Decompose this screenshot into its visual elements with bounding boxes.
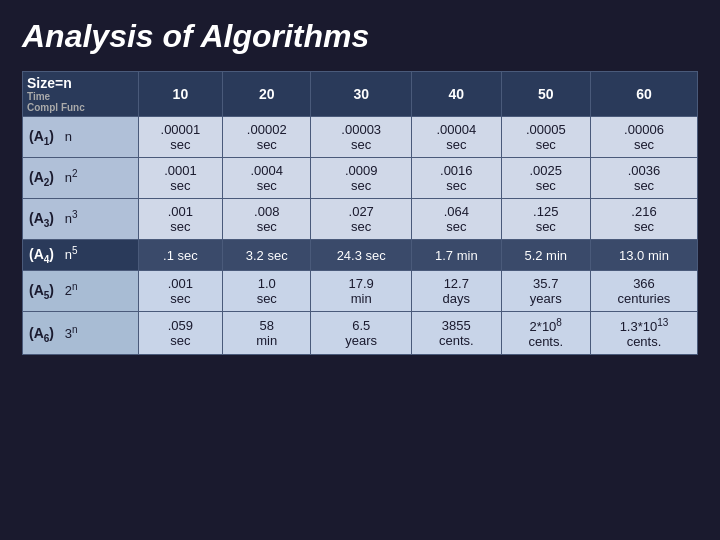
algorithm-table: Size=n TimeCompl Func 10 20 30 40 50 60 … bbox=[22, 71, 698, 355]
cell-a1-50: .00005sec bbox=[501, 117, 590, 158]
cell-a2-30: .0009sec bbox=[311, 158, 412, 199]
table-row: (A4) n5 .1 sec 3.2 sec 24.3 sec 1.7 min … bbox=[23, 240, 698, 271]
cell-a2-60: .0036sec bbox=[590, 158, 697, 199]
cell-a4-30: 24.3 sec bbox=[311, 240, 412, 271]
cell-a4-50: 5.2 min bbox=[501, 240, 590, 271]
cell-a3-40: .064sec bbox=[412, 199, 501, 240]
col-header-50: 50 bbox=[501, 72, 590, 117]
cell-a4-40: 1.7 min bbox=[412, 240, 501, 271]
col-header-60: 60 bbox=[590, 72, 697, 117]
cell-a6-30: 6.5years bbox=[311, 312, 412, 355]
cell-a4-20: 3.2 sec bbox=[223, 240, 311, 271]
cell-a2-40: .0016sec bbox=[412, 158, 501, 199]
page-title: Analysis of Algorithms bbox=[22, 18, 698, 55]
cell-a1-30: .00003sec bbox=[311, 117, 412, 158]
cell-a6-60: 1.3*1013cents. bbox=[590, 312, 697, 355]
cell-a3-30: .027sec bbox=[311, 199, 412, 240]
cell-a5-60: 366centuries bbox=[590, 271, 697, 312]
col-header-10: 10 bbox=[138, 72, 222, 117]
table-row: (A5) 2n .001sec 1.0sec 17.9min 12.7days … bbox=[23, 271, 698, 312]
cell-a1-20: .00002sec bbox=[223, 117, 311, 158]
cell-a3-20: .008sec bbox=[223, 199, 311, 240]
table-row: (A1) n .00001sec .00002sec .00003sec .00… bbox=[23, 117, 698, 158]
cell-a5-50: 35.7years bbox=[501, 271, 590, 312]
algo-label-a6: (A6) 3n bbox=[23, 312, 139, 355]
col-header-30: 30 bbox=[311, 72, 412, 117]
table-row: (A2) n2 .0001sec .0004sec .0009sec .0016… bbox=[23, 158, 698, 199]
cell-a3-50: .125sec bbox=[501, 199, 590, 240]
cell-a2-20: .0004sec bbox=[223, 158, 311, 199]
algo-label-a2: (A2) n2 bbox=[23, 158, 139, 199]
header-row: Size=n TimeCompl Func 10 20 30 40 50 60 bbox=[23, 72, 698, 117]
cell-a3-10: .001sec bbox=[138, 199, 222, 240]
page: Analysis of Algorithms Size=n TimeCompl … bbox=[0, 0, 720, 540]
cell-a5-20: 1.0sec bbox=[223, 271, 311, 312]
cell-a5-10: .001sec bbox=[138, 271, 222, 312]
cell-a5-30: 17.9min bbox=[311, 271, 412, 312]
cell-a1-10: .00001sec bbox=[138, 117, 222, 158]
cell-a1-60: .00006sec bbox=[590, 117, 697, 158]
cell-a1-40: .00004sec bbox=[412, 117, 501, 158]
cell-a6-20: 58min bbox=[223, 312, 311, 355]
cell-a6-10: .059sec bbox=[138, 312, 222, 355]
algo-label-a5: (A5) 2n bbox=[23, 271, 139, 312]
col-header-40: 40 bbox=[412, 72, 501, 117]
table-row: (A3) n3 .001sec .008sec .027sec .064sec … bbox=[23, 199, 698, 240]
cell-a4-60: 13.0 min bbox=[590, 240, 697, 271]
cell-a2-10: .0001sec bbox=[138, 158, 222, 199]
algo-label-a1: (A1) n bbox=[23, 117, 139, 158]
col-header-20: 20 bbox=[223, 72, 311, 117]
cell-a5-40: 12.7days bbox=[412, 271, 501, 312]
algo-label-a3: (A3) n3 bbox=[23, 199, 139, 240]
algo-label-a4: (A4) n5 bbox=[23, 240, 139, 271]
cell-a6-40: 3855cents. bbox=[412, 312, 501, 355]
cell-a3-60: .216sec bbox=[590, 199, 697, 240]
cell-a6-50: 2*108cents. bbox=[501, 312, 590, 355]
cell-a4-10: .1 sec bbox=[138, 240, 222, 271]
corner-header: Size=n TimeCompl Func bbox=[23, 72, 139, 117]
cell-a2-50: .0025sec bbox=[501, 158, 590, 199]
table-container: Size=n TimeCompl Func 10 20 30 40 50 60 … bbox=[22, 71, 698, 522]
table-row: (A6) 3n .059sec 58min 6.5years 3855cents… bbox=[23, 312, 698, 355]
